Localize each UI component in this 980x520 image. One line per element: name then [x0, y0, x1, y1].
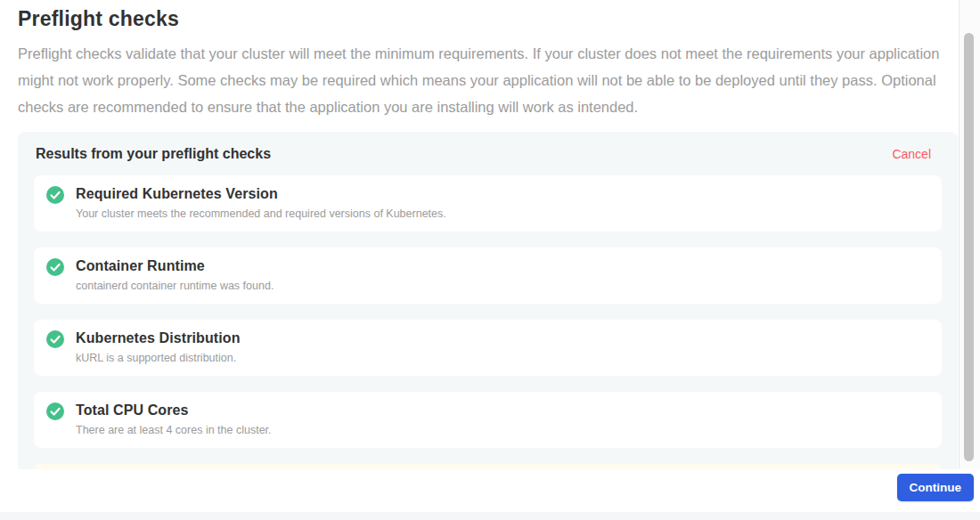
results-panel: Results from your preflight checks Cance… — [18, 132, 958, 469]
check-row: Required Kubernetes Version Your cluster… — [34, 175, 942, 232]
check-status-icon-slot — [46, 258, 64, 276]
check-status-icon-slot — [46, 186, 64, 204]
check-row: Total CPU Cores There are at least 4 cor… — [34, 392, 942, 448]
check-message: There are at least 4 cores in the cluste… — [76, 424, 272, 437]
page-description: Preflight checks validate that your clus… — [18, 40, 948, 120]
scrollbar-track[interactable] — [959, 0, 980, 469]
check-row: Kubernetes Distribution kURL is a suppor… — [34, 320, 942, 376]
check-title: Total CPU Cores — [76, 402, 272, 419]
check-text: Required Kubernetes Version Your cluster… — [76, 185, 446, 221]
check-message: Your cluster meets the recommended and r… — [76, 207, 446, 221]
check-title: Container Runtime — [76, 257, 274, 275]
page-title: Preflight checks — [18, 7, 959, 31]
panel-title: Results from your preflight checks — [36, 146, 271, 162]
preflight-screen: Preflight checks Preflight checks valida… — [0, 0, 980, 520]
check-circle-icon — [46, 258, 64, 276]
check-message: containerd container runtime was found. — [76, 280, 274, 293]
check-circle-icon — [46, 402, 64, 420]
scroll-viewport: Preflight checks Preflight checks valida… — [0, 0, 980, 469]
check-status-icon-slot — [46, 330, 64, 348]
panel-header: Results from your preflight checks Cance… — [34, 146, 942, 162]
check-message: kURL is a supported distribution. — [76, 352, 241, 365]
check-circle-icon — [46, 330, 64, 348]
scrollbar-thumb[interactable] — [964, 33, 974, 461]
check-status-icon-slot — [46, 402, 64, 420]
check-list: Required Kubernetes Version Your cluster… — [34, 175, 942, 469]
check-text: Kubernetes Distribution kURL is a suppor… — [76, 329, 241, 365]
bottom-strip — [0, 512, 980, 520]
check-circle-icon — [46, 186, 64, 204]
check-title: Kubernetes Distribution — [76, 329, 241, 347]
check-text: Container Runtime containerd container r… — [76, 257, 274, 293]
check-title: Required Kubernetes Version — [76, 185, 446, 203]
continue-button[interactable]: Continue — [897, 474, 975, 501]
cancel-link[interactable]: Cancel — [892, 147, 931, 161]
check-row: Container Runtime containerd container r… — [34, 248, 942, 304]
check-text: Total CPU Cores There are at least 4 cor… — [76, 402, 272, 437]
page-content: Preflight checks Preflight checks valida… — [0, 0, 959, 469]
footer-bar: Continue — [0, 469, 980, 512]
